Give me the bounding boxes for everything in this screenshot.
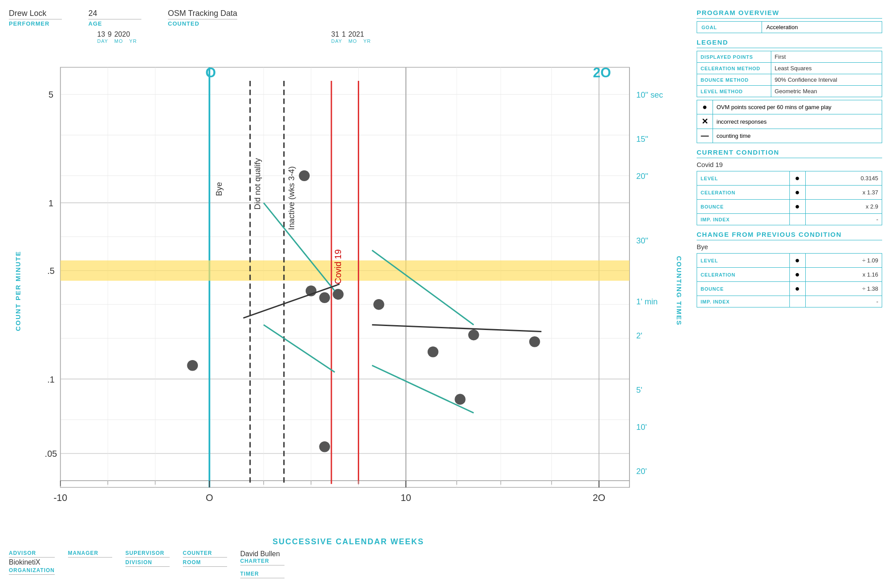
ch-bounce-dot: ● <box>789 282 805 296</box>
goal-value: Acceleration <box>762 22 882 33</box>
performer-value: Drew Lock <box>9 9 62 19</box>
svg-text:5': 5' <box>636 385 642 395</box>
svg-text:.05: .05 <box>45 449 57 459</box>
bounce-method-value: 90% Confidence Interval <box>771 74 882 86</box>
svg-text:15": 15" <box>636 134 648 144</box>
legend-title: LEGEND <box>697 38 882 48</box>
supervisor-label: SUPERVISOR <box>125 550 170 558</box>
x-axis-label: SUCCESSIVE CALENDAR WEEKS <box>9 537 688 546</box>
svg-rect-26 <box>61 260 629 281</box>
charter-label: CHARTER <box>240 558 284 565</box>
program-overview-title: PROGRAM OVERVIEW <box>697 9 882 19</box>
svg-text:Bye: Bye <box>214 182 224 196</box>
svg-text:5: 5 <box>49 90 53 99</box>
right-panel: PROGRAM OVERVIEW GOAL Acceleration LEGEN… <box>697 9 882 579</box>
svg-text:10': 10' <box>636 422 647 432</box>
end-yr: 2021 <box>349 30 364 38</box>
start-date: 13 9 2020 DAY MO YR <box>97 30 137 44</box>
performer-label: PERFORMER <box>9 20 62 27</box>
svg-text:Covid 19: Covid 19 <box>333 250 343 285</box>
ch-level-value: ÷ 1.09 <box>805 254 882 268</box>
celeration-method-value: Least Squares <box>771 63 882 74</box>
ch-imp-label: IMP. INDEX <box>697 296 790 307</box>
change-condition-section: CHANGE FROM PREVIOUS CONDITION Bye LEVEL… <box>697 231 882 307</box>
celeration-method-label: CELERATION METHOD <box>697 63 771 74</box>
advisor-value: BiokinetiX <box>9 558 55 566</box>
displayed-points-label: DISPLAYED POINTS <box>697 51 771 63</box>
supervisor-field: SUPERVISOR DIVISION <box>125 550 170 568</box>
start-yr: 2020 <box>114 30 130 38</box>
ch-level-label: LEVEL <box>697 254 790 268</box>
legend-info-table: DISPLAYED POINTS First CELERATION METHOD… <box>697 51 882 97</box>
change-condition-table: LEVEL ● ÷ 1.09 CELERATION ● x 1.16 BOUNC… <box>697 253 882 307</box>
ch-level-dot: ● <box>789 254 805 268</box>
cc-level-dot: ● <box>789 171 805 186</box>
charter-field: David Bullen CHARTER TIMER <box>240 550 284 579</box>
cc-imp-value: - <box>805 214 882 225</box>
date-row: 13 9 2020 DAY MO YR 31 1 2021 DAY <box>9 30 688 44</box>
cc-bounce-label: BOUNCE <box>697 200 790 214</box>
change-condition-name: Bye <box>697 243 882 250</box>
svg-text:O: O <box>205 65 216 80</box>
goal-table: GOAL Acceleration <box>697 21 882 33</box>
advisor-field: ADVISOR BiokinetiX ORGANIZATION <box>9 550 55 576</box>
mo-label2: MO <box>349 38 357 44</box>
y-axis-left-label: COUNT PER MINUTE <box>14 251 22 331</box>
change-condition-title: CHANGE FROM PREVIOUS CONDITION <box>697 231 882 240</box>
end-day: 31 <box>331 30 339 38</box>
cc-level-label: LEVEL <box>697 171 790 186</box>
bounce-method-label: BOUNCE METHOD <box>697 74 771 86</box>
cc-celeration-label: CELERATION <box>697 186 790 200</box>
age-field: 24 AGE <box>88 9 141 27</box>
svg-text:10" sec: 10" sec <box>636 90 663 99</box>
svg-point-60 <box>319 441 330 452</box>
cc-bounce-dot: ● <box>789 200 805 214</box>
start-mo: 9 <box>108 30 112 38</box>
ch-celeration-label: CELERATION <box>697 268 790 282</box>
cross-icon: ✕ <box>697 114 713 129</box>
current-condition-table: LEVEL ● 0.3145 CELERATION ● x 1.37 BOUNC… <box>697 171 882 225</box>
performer-field: Drew Lock PERFORMER <box>9 9 62 27</box>
svg-text:O: O <box>206 493 213 503</box>
timer-label: TIMER <box>240 571 284 578</box>
legend-item-cross-text: incorrect responses <box>713 114 882 129</box>
age-label: AGE <box>88 20 141 27</box>
current-condition-title: CURRENT CONDITION <box>697 148 882 158</box>
displayed-points-value: First <box>771 51 882 63</box>
svg-text:20": 20" <box>636 171 648 181</box>
svg-point-66 <box>468 330 479 341</box>
current-condition-name: Covid 19 <box>697 161 882 168</box>
cc-bounce-value: x 2.9 <box>805 200 882 214</box>
legend-item-dot-text: OVM points scored per 60 mins of game pl… <box>713 100 882 114</box>
svg-text:-10: -10 <box>53 493 67 503</box>
dash-icon: — <box>697 129 713 143</box>
chart-svg: Covid 19 Inactive (wks 3-4) Did not qual… <box>27 46 670 536</box>
room-label: ROOM <box>183 559 227 567</box>
svg-text:1: 1 <box>49 198 53 208</box>
ch-celeration-value: x 1.16 <box>805 268 882 282</box>
cc-level-value: 0.3145 <box>805 171 882 186</box>
ch-imp-dot <box>789 296 805 307</box>
svg-text:.5: .5 <box>47 266 55 276</box>
svg-point-64 <box>373 299 384 310</box>
svg-text:30": 30" <box>636 236 648 245</box>
ch-bounce-label: BOUNCE <box>697 282 790 296</box>
end-mo: 1 <box>342 30 346 38</box>
counter-field: COUNTER ROOM <box>183 550 227 568</box>
ch-bounce-value: ÷ 1.38 <box>805 282 882 296</box>
start-day: 13 <box>97 30 105 38</box>
dot-icon: ● <box>697 100 713 114</box>
ch-imp-value: - <box>805 296 882 307</box>
end-date: 31 1 2021 DAY MO YR <box>331 30 371 44</box>
svg-text:Inactive (wks 3-4): Inactive (wks 3-4) <box>287 166 296 230</box>
svg-text:Did not qualify: Did not qualify <box>253 158 262 209</box>
day-label2: DAY <box>331 38 342 44</box>
counted-field: OSM Tracking Data COUNTED <box>168 9 237 27</box>
manager-field: MANAGER <box>68 550 112 558</box>
counted-label: COUNTED <box>168 20 237 27</box>
advisor-label: ADVISOR <box>9 550 55 558</box>
svg-point-65 <box>428 346 439 357</box>
counted-value: OSM Tracking Data <box>168 9 237 19</box>
svg-point-56 <box>299 171 310 182</box>
organization-label: ORGANIZATION <box>9 567 55 575</box>
